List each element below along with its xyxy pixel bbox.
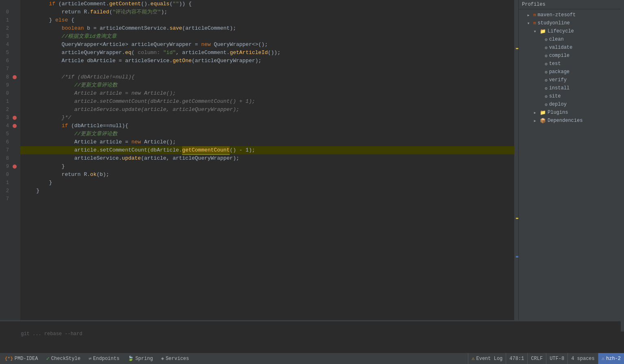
tree-item-package[interactable]: ⚙ package xyxy=(519,68,624,76)
code-text: return R. xyxy=(24,8,90,16)
code-text: Article dbArticle = articleService. xyxy=(24,57,173,65)
tree-item-studyonline[interactable]: m studyonline xyxy=(519,19,624,27)
code-text: QueryWrapper<Article> articleQueryWrappe… xyxy=(24,41,201,49)
code-comment: }*/ xyxy=(24,114,71,122)
code-text: { xyxy=(68,16,74,24)
code-text xyxy=(24,24,62,32)
line-number: 2 xyxy=(0,26,11,31)
line-number: 3 xyxy=(0,115,11,121)
status-checkstyle[interactable]: ✓ CheckStyle xyxy=(44,353,82,364)
tree-label: maven-ztesoft xyxy=(538,12,576,18)
code-text: } xyxy=(24,179,52,187)
tree-item-dependencies[interactable]: 📦 Dependencies xyxy=(519,117,624,125)
code-text xyxy=(160,49,163,57)
code-method: getArticleId xyxy=(230,49,268,57)
gear-icon: ⚙ xyxy=(545,78,548,83)
gutter-line: 5 xyxy=(0,130,20,138)
gutter-line: 7 xyxy=(0,65,20,73)
code-keyword: else xyxy=(55,16,68,24)
gutter-line: 8 xyxy=(0,154,20,162)
code-text: , articleComment. xyxy=(176,49,230,57)
status-position[interactable]: 478:1 xyxy=(506,353,527,364)
code-method: getContent xyxy=(109,0,141,8)
code-line: QueryWrapper<Article> articleQueryWrappe… xyxy=(20,41,514,49)
tree-item-plugins[interactable]: 📁 Plugins xyxy=(519,108,624,117)
endpoints-label: Endpoints xyxy=(93,356,120,362)
tree-item-compile[interactable]: ⚙ compile xyxy=(519,52,624,60)
line-number: 2 xyxy=(0,188,11,194)
status-event-log[interactable]: ⚠ Event Log xyxy=(468,353,506,364)
gear-icon: ⚙ xyxy=(545,61,548,67)
tree-item-verify[interactable]: ⚙ verify xyxy=(519,76,624,84)
status-indent[interactable]: 4 spaces xyxy=(567,353,598,364)
tree-item-validate[interactable]: ⚙ validate xyxy=(519,43,624,52)
tree-item-install[interactable]: ⚙ install xyxy=(519,84,624,92)
folder-icon: 📁 xyxy=(540,110,546,116)
code-text xyxy=(24,122,62,130)
branch-label: hzh-2 xyxy=(606,356,621,362)
tree-label: Dependencies xyxy=(548,118,583,124)
code-line: return R.failed("评论内容不能为空"); xyxy=(20,8,514,16)
gutter-line: 4 xyxy=(0,122,20,130)
code-keyword: new xyxy=(201,41,211,49)
status-pmd[interactable]: {*} PMD-IDEA xyxy=(3,353,39,364)
event-log-label: Event Log xyxy=(476,356,502,362)
bp-gutter xyxy=(11,165,18,169)
tree-label: verify xyxy=(549,77,567,83)
code-line: articleService.update(article, articleQu… xyxy=(20,106,514,114)
terminal-content: git ... rebase --hard git -c ... checkou… xyxy=(0,321,624,353)
gear-icon: ⚙ xyxy=(545,86,548,91)
code-line: if (dbArticle==null){ xyxy=(20,122,514,130)
tree-item-maven-ztesoft[interactable]: m maven-ztesoft xyxy=(519,11,624,19)
gear-icon: ⚙ xyxy=(545,94,548,99)
right-panel-scrollbar[interactable] xyxy=(621,0,624,320)
code-text: (articleQueryWrapper); xyxy=(191,57,261,65)
status-endpoints[interactable]: ⇌ Endpoints xyxy=(87,353,121,364)
code-editor[interactable]: if (articleComment.getContent().equals("… xyxy=(20,0,514,320)
gear-icon: ⚙ xyxy=(545,53,548,58)
code-scrollbar[interactable] xyxy=(514,0,518,320)
gutter-line: 1 xyxy=(0,179,20,187)
tree-label: deploy xyxy=(549,102,567,107)
encoding-label: UTF-8 xyxy=(550,356,564,362)
services-label: Services xyxy=(165,356,189,362)
code-text: () - 1); xyxy=(230,146,255,154)
gutter-line: 4 xyxy=(0,41,20,49)
status-spring[interactable]: 🍃 Spring xyxy=(126,353,154,364)
tree-item-test[interactable]: ⚙ test xyxy=(519,60,624,68)
status-branch[interactable]: ⚠ hzh-2 xyxy=(598,353,624,364)
status-right: ⚠ Event Log 478:1 CRLF UTF-8 4 spaces ⚠ … xyxy=(468,353,624,364)
line-number: 8 xyxy=(0,156,11,161)
folder-icon: 📦 xyxy=(540,118,546,124)
tree-item-deploy[interactable]: ⚙ deploy xyxy=(519,100,624,108)
code-line xyxy=(20,195,514,203)
status-services[interactable]: ◈ Services xyxy=(159,353,191,364)
line-number: 2 xyxy=(0,107,11,113)
status-bar: {*} PMD-IDEA ✓ CheckStyle ⇌ Endpoints 🍃 … xyxy=(0,353,624,364)
tree-item-site[interactable]: ⚙ site xyxy=(519,92,624,100)
tree-label: studyonline xyxy=(538,20,570,26)
code-text xyxy=(24,0,49,8)
code-line: article.setCommentCount(dbArticle.getCom… xyxy=(20,98,514,106)
code-text: Article(); xyxy=(141,138,176,146)
warning-badge-icon: ⚠ xyxy=(602,355,604,362)
line-number: 7 xyxy=(0,196,11,202)
code-method: save xyxy=(170,24,182,32)
tree-item-clean[interactable]: ⚙ clean xyxy=(519,35,624,43)
code-method: update xyxy=(122,154,141,162)
line-number: 9 xyxy=(0,82,11,88)
code-text: (article, articleQueryWrapper); xyxy=(141,154,239,162)
line-number: 7 xyxy=(0,147,11,153)
code-line: return R.ok(b); xyxy=(20,171,514,179)
code-line: if (articleComment.getContent().equals("… xyxy=(20,0,514,8)
maven-tree[interactable]: m maven-ztesoft m studyonline 📁 Lifecycl… xyxy=(519,9,624,320)
code-text: ( xyxy=(170,0,173,8)
status-encoding[interactable]: UTF-8 xyxy=(546,353,567,364)
status-line-ending[interactable]: CRLF xyxy=(527,353,546,364)
scroll-marker-yellow2 xyxy=(516,218,518,219)
code-keyword: if xyxy=(49,0,55,8)
code-line: } xyxy=(20,187,514,195)
tree-item-lifecycle[interactable]: 📁 Lifecycle xyxy=(519,27,624,35)
gear-icon: ⚙ xyxy=(545,37,548,42)
terminal-line: git -c ... checkout hzh-2 -- xyxy=(3,345,621,353)
